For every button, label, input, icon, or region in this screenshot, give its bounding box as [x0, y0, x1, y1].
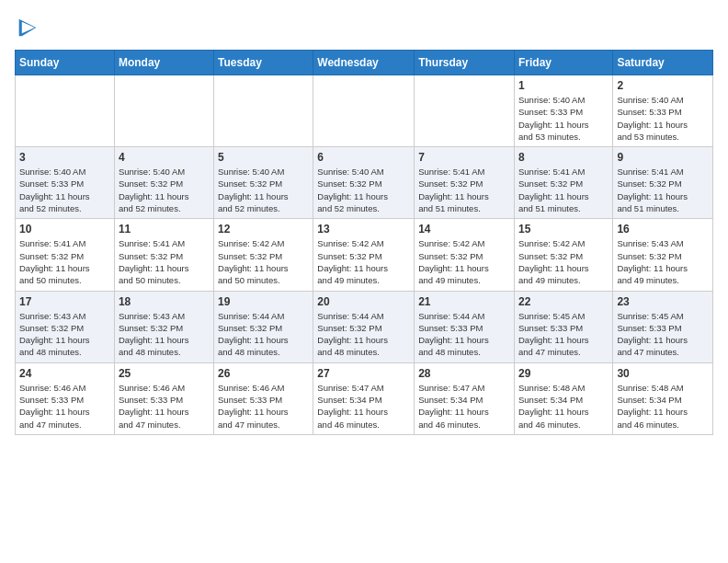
- day-number: 21: [418, 295, 510, 308]
- day-info: Sunrise: 5:45 AM Sunset: 5:33 PM Dayligh…: [518, 310, 609, 359]
- day-info: Sunrise: 5:46 AM Sunset: 5:33 PM Dayligh…: [19, 382, 110, 431]
- day-info: Sunrise: 5:41 AM Sunset: 5:32 PM Dayligh…: [19, 237, 110, 286]
- day-info: Sunrise: 5:47 AM Sunset: 5:34 PM Dayligh…: [317, 382, 410, 431]
- calendar-cell: 22Sunrise: 5:45 AM Sunset: 5:33 PM Dayli…: [514, 291, 612, 362]
- day-number: 19: [218, 295, 309, 308]
- day-info: Sunrise: 5:41 AM Sunset: 5:32 PM Dayligh…: [518, 166, 609, 214]
- svg-rect-0: [15, 15, 40, 40]
- calendar-cell: 10Sunrise: 5:41 AM Sunset: 5:32 PM Dayli…: [16, 219, 115, 291]
- calendar-cell: 17Sunrise: 5:43 AM Sunset: 5:32 PM Dayli…: [16, 291, 115, 362]
- calendar-cell: [415, 75, 515, 147]
- day-info: Sunrise: 5:44 AM Sunset: 5:32 PM Dayligh…: [218, 310, 309, 359]
- day-info: Sunrise: 5:44 AM Sunset: 5:32 PM Dayligh…: [317, 310, 410, 359]
- calendar-cell: 29Sunrise: 5:48 AM Sunset: 5:34 PM Dayli…: [514, 362, 612, 434]
- day-number: 30: [617, 367, 709, 380]
- calendar-cell: 4Sunrise: 5:40 AM Sunset: 5:32 PM Daylig…: [114, 147, 213, 219]
- calendar-cell: 9Sunrise: 5:41 AM Sunset: 5:32 PM Daylig…: [613, 147, 713, 219]
- day-info: Sunrise: 5:42 AM Sunset: 5:32 PM Dayligh…: [317, 237, 410, 286]
- calendar-cell: [214, 75, 313, 147]
- day-number: 1: [518, 79, 609, 92]
- day-info: Sunrise: 5:43 AM Sunset: 5:32 PM Dayligh…: [19, 310, 110, 359]
- weekday-header: Monday: [114, 51, 213, 75]
- calendar-cell: 2Sunrise: 5:40 AM Sunset: 5:33 PM Daylig…: [613, 75, 713, 147]
- day-info: Sunrise: 5:46 AM Sunset: 5:33 PM Dayligh…: [119, 382, 210, 431]
- calendar-cell: 13Sunrise: 5:42 AM Sunset: 5:32 PM Dayli…: [313, 219, 415, 291]
- calendar-cell: [114, 75, 213, 147]
- header-row: SundayMondayTuesdayWednesdayThursdayFrid…: [16, 51, 713, 75]
- calendar-cell: 23Sunrise: 5:45 AM Sunset: 5:33 PM Dayli…: [613, 291, 713, 362]
- day-info: Sunrise: 5:40 AM Sunset: 5:33 PM Dayligh…: [19, 166, 110, 214]
- day-info: Sunrise: 5:46 AM Sunset: 5:33 PM Dayligh…: [218, 382, 309, 431]
- calendar-cell: 30Sunrise: 5:48 AM Sunset: 5:34 PM Dayli…: [613, 362, 713, 434]
- calendar-body: 1Sunrise: 5:40 AM Sunset: 5:33 PM Daylig…: [16, 75, 713, 435]
- calendar-cell: 6Sunrise: 5:40 AM Sunset: 5:32 PM Daylig…: [313, 147, 415, 219]
- calendar-cell: 27Sunrise: 5:47 AM Sunset: 5:34 PM Dayli…: [313, 362, 415, 434]
- day-number: 17: [19, 295, 110, 308]
- calendar-cell: 20Sunrise: 5:44 AM Sunset: 5:32 PM Dayli…: [313, 291, 415, 362]
- calendar-cell: 16Sunrise: 5:43 AM Sunset: 5:32 PM Dayli…: [613, 219, 713, 291]
- calendar-cell: 25Sunrise: 5:46 AM Sunset: 5:33 PM Dayli…: [114, 362, 213, 434]
- calendar-cell: 12Sunrise: 5:42 AM Sunset: 5:32 PM Dayli…: [214, 219, 313, 291]
- calendar-week-row: 1Sunrise: 5:40 AM Sunset: 5:33 PM Daylig…: [16, 75, 713, 147]
- day-info: Sunrise: 5:41 AM Sunset: 5:32 PM Dayligh…: [119, 237, 210, 286]
- day-number: 15: [518, 223, 609, 236]
- day-number: 10: [19, 223, 110, 236]
- day-number: 20: [317, 295, 410, 308]
- weekday-header: Friday: [514, 51, 612, 75]
- calendar-week-row: 3Sunrise: 5:40 AM Sunset: 5:33 PM Daylig…: [16, 147, 713, 219]
- day-number: 14: [418, 223, 510, 236]
- calendar-cell: [16, 75, 115, 147]
- calendar-week-row: 24Sunrise: 5:46 AM Sunset: 5:33 PM Dayli…: [16, 362, 713, 434]
- day-number: 9: [617, 151, 709, 164]
- day-number: 11: [119, 223, 210, 236]
- day-info: Sunrise: 5:44 AM Sunset: 5:33 PM Dayligh…: [418, 310, 510, 359]
- day-number: 28: [418, 367, 510, 380]
- day-info: Sunrise: 5:48 AM Sunset: 5:34 PM Dayligh…: [617, 382, 709, 431]
- day-number: 7: [418, 151, 510, 164]
- day-number: 22: [518, 295, 609, 308]
- day-number: 24: [19, 367, 110, 380]
- calendar-week-row: 10Sunrise: 5:41 AM Sunset: 5:32 PM Dayli…: [16, 219, 713, 291]
- day-info: Sunrise: 5:40 AM Sunset: 5:33 PM Dayligh…: [518, 94, 609, 143]
- day-number: 6: [317, 151, 410, 164]
- calendar-header: SundayMondayTuesdayWednesdayThursdayFrid…: [16, 51, 713, 75]
- day-number: 4: [119, 151, 210, 164]
- day-number: 2: [617, 79, 709, 92]
- day-info: Sunrise: 5:40 AM Sunset: 5:32 PM Dayligh…: [317, 166, 410, 214]
- day-info: Sunrise: 5:42 AM Sunset: 5:32 PM Dayligh…: [218, 237, 309, 286]
- calendar-cell: 19Sunrise: 5:44 AM Sunset: 5:32 PM Dayli…: [214, 291, 313, 362]
- calendar-cell: 15Sunrise: 5:42 AM Sunset: 5:32 PM Dayli…: [514, 219, 612, 291]
- day-number: 29: [518, 367, 609, 380]
- day-info: Sunrise: 5:41 AM Sunset: 5:32 PM Dayligh…: [418, 166, 510, 214]
- day-info: Sunrise: 5:43 AM Sunset: 5:32 PM Dayligh…: [119, 310, 210, 359]
- day-info: Sunrise: 5:40 AM Sunset: 5:32 PM Dayligh…: [119, 166, 210, 214]
- day-number: 13: [317, 223, 410, 236]
- weekday-header: Thursday: [415, 51, 515, 75]
- day-info: Sunrise: 5:48 AM Sunset: 5:34 PM Dayligh…: [518, 382, 609, 431]
- calendar-week-row: 17Sunrise: 5:43 AM Sunset: 5:32 PM Dayli…: [16, 291, 713, 362]
- day-info: Sunrise: 5:45 AM Sunset: 5:33 PM Dayligh…: [617, 310, 709, 359]
- day-number: 27: [317, 367, 410, 380]
- day-number: 8: [518, 151, 609, 164]
- logo: [15, 15, 44, 40]
- day-info: Sunrise: 5:40 AM Sunset: 5:33 PM Dayligh…: [617, 94, 709, 143]
- calendar-cell: 26Sunrise: 5:46 AM Sunset: 5:33 PM Dayli…: [214, 362, 313, 434]
- day-number: 23: [617, 295, 709, 308]
- day-number: 12: [218, 223, 309, 236]
- weekday-header: Saturday: [613, 51, 713, 75]
- calendar-cell: 24Sunrise: 5:46 AM Sunset: 5:33 PM Dayli…: [16, 362, 115, 434]
- calendar-cell: 18Sunrise: 5:43 AM Sunset: 5:32 PM Dayli…: [114, 291, 213, 362]
- calendar-cell: 7Sunrise: 5:41 AM Sunset: 5:32 PM Daylig…: [415, 147, 515, 219]
- weekday-header: Tuesday: [214, 51, 313, 75]
- day-info: Sunrise: 5:47 AM Sunset: 5:34 PM Dayligh…: [418, 382, 510, 431]
- calendar-cell: 21Sunrise: 5:44 AM Sunset: 5:33 PM Dayli…: [415, 291, 515, 362]
- day-number: 5: [218, 151, 309, 164]
- logo-icon: [15, 15, 40, 40]
- day-number: 18: [119, 295, 210, 308]
- day-info: Sunrise: 5:43 AM Sunset: 5:32 PM Dayligh…: [617, 237, 709, 286]
- day-info: Sunrise: 5:41 AM Sunset: 5:32 PM Dayligh…: [617, 166, 709, 214]
- calendar-cell: 1Sunrise: 5:40 AM Sunset: 5:33 PM Daylig…: [514, 75, 612, 147]
- calendar-cell: [313, 75, 415, 147]
- day-number: 26: [218, 367, 309, 380]
- day-number: 16: [617, 223, 709, 236]
